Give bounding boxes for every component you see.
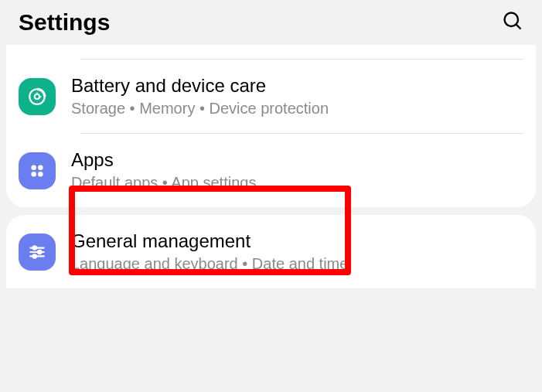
svg-line-1	[516, 25, 521, 29]
svg-point-10	[33, 246, 36, 249]
item-content: General management Language and keyboard…	[71, 230, 523, 273]
svg-point-4	[38, 165, 43, 170]
general-management-icon	[19, 233, 56, 271]
apps-icon	[19, 152, 56, 189]
battery-care-icon	[19, 78, 56, 115]
item-subtitle: Storage • Memory • Device protection	[71, 100, 523, 118]
settings-section-2: General management Language and keyboard…	[6, 215, 536, 288]
page-title: Settings	[19, 9, 110, 36]
item-title: General management	[71, 230, 523, 252]
settings-item-general[interactable]: General management Language and keyboard…	[6, 215, 536, 288]
svg-point-5	[31, 172, 36, 177]
svg-point-11	[38, 250, 41, 253]
search-icon	[502, 10, 523, 32]
svg-point-0	[505, 13, 519, 27]
item-subtitle: Language and keyboard • Date and time	[71, 255, 523, 273]
item-content: Battery and device care Storage • Memory…	[71, 75, 523, 118]
item-content: Apps Default apps • App settings	[71, 149, 523, 192]
svg-point-12	[33, 254, 36, 257]
item-title: Battery and device care	[71, 75, 523, 97]
settings-header: Settings	[0, 0, 542, 45]
search-button[interactable]	[502, 10, 523, 35]
settings-item-battery[interactable]: Battery and device care Storage • Memory…	[6, 60, 536, 133]
item-title: Apps	[71, 149, 523, 171]
settings-item-apps[interactable]: Apps Default apps • App settings	[6, 134, 536, 207]
svg-point-6	[38, 172, 43, 177]
item-subtitle: Default apps • App settings	[71, 174, 523, 192]
settings-section-1: Battery and device care Storage • Memory…	[6, 45, 536, 207]
svg-point-3	[31, 165, 36, 170]
